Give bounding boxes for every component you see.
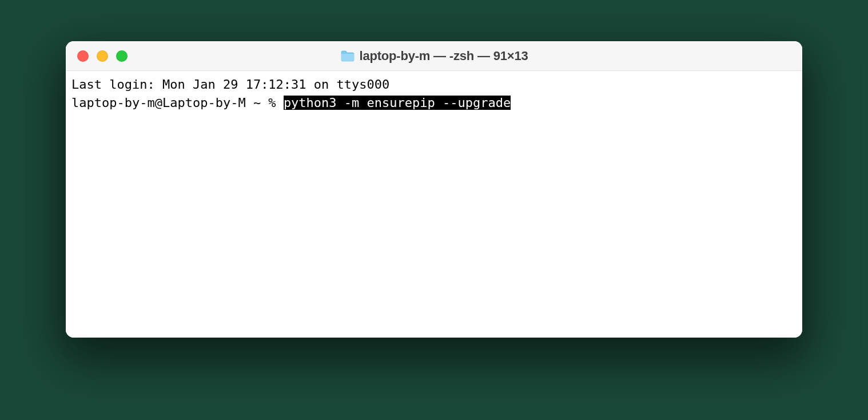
terminal-window: laptop-by-m — -zsh — 91×13 Last login: M… xyxy=(66,41,802,338)
terminal-body[interactable]: Last login: Mon Jan 29 17:12:31 on ttys0… xyxy=(66,71,802,338)
folder-icon xyxy=(340,50,355,62)
traffic-lights xyxy=(66,50,128,62)
prompt: laptop-by-m@Laptop-by-M ~ % xyxy=(71,96,284,110)
minimize-button[interactable] xyxy=(97,50,108,62)
command-input-selected[interactable]: python3 -m ensurepip --upgrade xyxy=(284,96,511,110)
window-title: laptop-by-m — -zsh — 91×13 xyxy=(360,49,528,64)
title-wrap: laptop-by-m — -zsh — 91×13 xyxy=(66,49,802,64)
titlebar[interactable]: laptop-by-m — -zsh — 91×13 xyxy=(66,41,802,71)
prompt-line: laptop-by-m@Laptop-by-M ~ % python3 -m e… xyxy=(71,94,797,112)
last-login-line: Last login: Mon Jan 29 17:12:31 on ttys0… xyxy=(71,76,797,94)
maximize-button[interactable] xyxy=(116,50,128,62)
close-button[interactable] xyxy=(77,50,89,62)
